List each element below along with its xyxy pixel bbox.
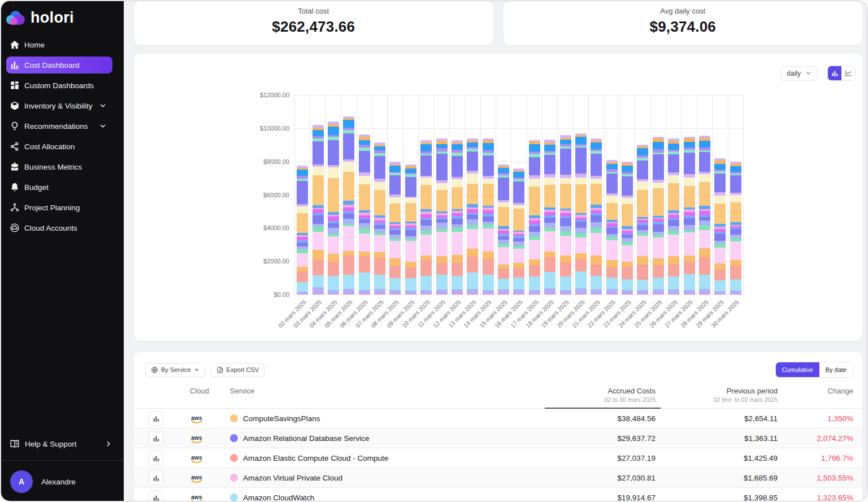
bar-segment: [622, 292, 633, 295]
stacked-bar[interactable]: [668, 138, 679, 295]
sidebar-item-cost-dashboard[interactable]: Cost Dashboard: [6, 57, 112, 73]
bar-segment: [313, 167, 324, 175]
stacked-bar[interactable]: [591, 138, 602, 295]
service-name: ComputeSavingsPlans: [243, 414, 320, 423]
bar-segment: [343, 133, 354, 159]
cloud-icon: [10, 223, 20, 233]
bar-segment: [498, 247, 509, 265]
bar-segment: [436, 144, 448, 148]
table-row[interactable]: awsAmazon Elastic Compute Cloud - Comput…: [134, 448, 862, 468]
stacked-bar[interactable]: [622, 162, 633, 295]
bar-segment: [297, 282, 308, 291]
sidebar-item-cost-allocation[interactable]: Cost Allocation: [6, 138, 112, 155]
col-header-accrued[interactable]: Accrued Costs 02 to 30 mars 2025: [540, 387, 656, 403]
change-value: 1,796.7%: [778, 454, 853, 462]
previous-period-value: $1,685.69: [656, 474, 778, 482]
bar-segment: [591, 154, 602, 176]
stacked-bar[interactable]: [297, 166, 308, 295]
logo[interactable]: holori: [1, 1, 124, 27]
sidebar-item-home[interactable]: Home: [6, 36, 112, 53]
avg-daily-cost-label: Avg daily cost: [504, 7, 863, 15]
stacked-bar[interactable]: [637, 145, 648, 295]
bar-segment: [699, 257, 710, 275]
stacked-bar[interactable]: [529, 140, 540, 295]
table-row[interactable]: awsAmazon CloudWatch$19,914.67$1,398.851…: [134, 488, 862, 501]
sidebar-item-budget[interactable]: Budget: [6, 179, 112, 196]
stacked-bar[interactable]: [359, 135, 370, 295]
bar-segment: [467, 219, 478, 225]
stacked-bar[interactable]: [684, 137, 695, 295]
previous-period-value: $1,398.85: [656, 494, 778, 502]
stacked-bar[interactable]: [452, 140, 463, 295]
row-chart-button[interactable]: [149, 431, 163, 445]
bar-segment: [297, 271, 308, 283]
row-chart-button[interactable]: [149, 451, 163, 465]
bar-segment: [714, 280, 726, 291]
stacked-bar[interactable]: [544, 140, 555, 295]
stacked-bar[interactable]: [328, 122, 339, 295]
interval-select[interactable]: daily: [780, 66, 818, 81]
stacked-bar[interactable]: [436, 138, 448, 295]
group-by-button[interactable]: By Service: [145, 363, 205, 377]
sidebar-item-cloud-accounts[interactable]: Cloud Accounts: [6, 219, 112, 236]
line-chart-toggle[interactable]: [841, 66, 855, 80]
sidebar-item-project-planning[interactable]: Project Planning: [6, 199, 112, 216]
row-chart-button[interactable]: [149, 490, 163, 501]
bar-segment: [467, 249, 478, 257]
stacked-bar[interactable]: [483, 139, 494, 295]
cumulative-button[interactable]: Cumulative: [776, 362, 819, 377]
table-row[interactable]: awsComputeSavingsPlans$38,484.56$2,654.1…: [134, 409, 862, 429]
by-date-button[interactable]: By date: [819, 362, 853, 377]
table-row[interactable]: awsAmazon Virtual Private Cloud$27,030.8…: [134, 468, 862, 488]
sidebar-item-business-metrics[interactable]: Business Metrics: [6, 158, 112, 175]
bar-segment: [560, 231, 571, 236]
row-chart-button[interactable]: [149, 411, 163, 426]
stacked-bar[interactable]: [420, 140, 432, 295]
lightbulb-icon: [10, 121, 20, 131]
change-value: 2,074.27%: [778, 434, 853, 443]
row-chart-button[interactable]: [149, 470, 163, 485]
sidebar-item-recommendations[interactable]: Recommendations: [6, 118, 112, 135]
table-row[interactable]: awsAmazon Relational Database Service$29…: [134, 429, 862, 448]
bar-segment: [498, 269, 509, 279]
service-color-dot: [230, 434, 238, 442]
stacked-bar[interactable]: [343, 116, 354, 295]
bar-segment: [575, 184, 587, 213]
user-menu[interactable]: A Alexandre: [1, 461, 124, 501]
stacked-bar[interactable]: [374, 142, 385, 295]
bar-segment: [359, 292, 370, 295]
col-header-change[interactable]: Change: [778, 387, 853, 395]
col-header-previous[interactable]: Previous period 02 févr. to 02 mars 2025: [656, 387, 778, 403]
stacked-bar[interactable]: [714, 158, 726, 295]
y-axis-label: $10000.00: [260, 125, 289, 132]
stacked-bar[interactable]: [653, 137, 664, 295]
bar-segment: [452, 255, 463, 262]
stacked-bar[interactable]: [513, 168, 524, 295]
stacked-bar[interactable]: [730, 162, 741, 295]
sidebar-item-inventory-visibility[interactable]: Inventory & Visibility: [6, 97, 112, 114]
stacked-bar[interactable]: [575, 133, 587, 295]
stacked-bar[interactable]: [405, 165, 416, 295]
stacked-bar[interactable]: [699, 136, 710, 295]
sidebar-item-custom-dashboards[interactable]: Custom Dashboards: [6, 77, 112, 94]
stacked-bar[interactable]: [389, 162, 401, 295]
stacked-bar[interactable]: [467, 138, 478, 295]
export-csv-button[interactable]: Export CSV: [211, 363, 264, 377]
bar-segment: [436, 183, 448, 189]
stacked-bar[interactable]: [560, 135, 571, 295]
bar-segment: [328, 217, 339, 221]
bar-chart-toggle[interactable]: [828, 66, 841, 80]
sidebar-item-help-support[interactable]: Help & Support: [1, 433, 124, 455]
aws-logo-icon: aws: [190, 416, 203, 424]
stacked-bar[interactable]: [498, 165, 509, 295]
stacked-bar[interactable]: [606, 160, 618, 295]
bar-segment: [591, 292, 602, 295]
bar-chart-icon: [153, 455, 160, 462]
bar-segment: [606, 240, 618, 260]
bar-segment: [714, 174, 726, 192]
stacked-bar[interactable]: [313, 125, 324, 295]
bar-segment: [699, 182, 710, 206]
bar-segment: [714, 263, 726, 270]
bar-segment: [452, 228, 463, 232]
bar-segment: [467, 229, 478, 249]
